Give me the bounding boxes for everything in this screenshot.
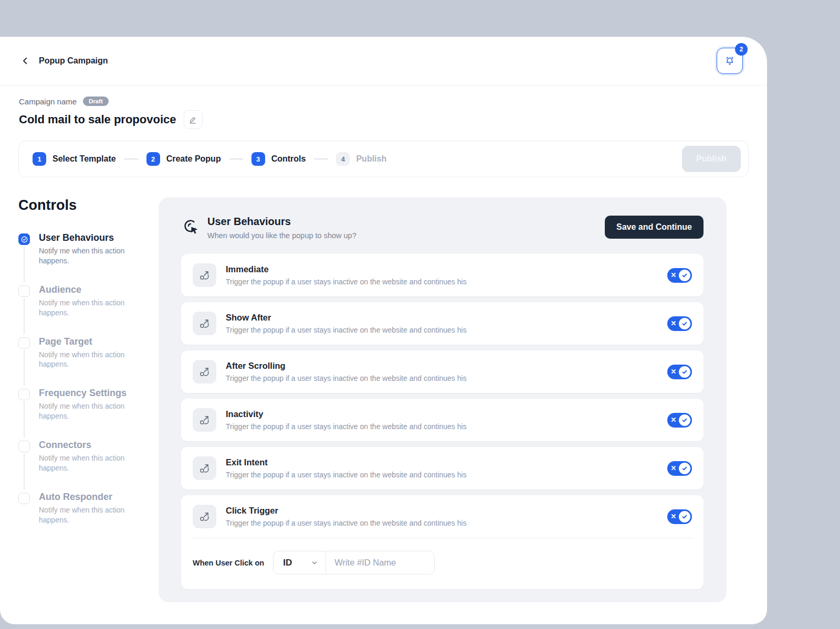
scaling-icon <box>193 312 216 335</box>
unchecked-checkbox-icon[interactable] <box>18 337 30 349</box>
toggle-check-icon <box>679 270 690 281</box>
toggle-x-icon <box>671 369 676 374</box>
unchecked-checkbox-icon[interactable] <box>18 389 30 400</box>
panel-title: User Behaviours <box>207 216 356 228</box>
step-number-badge: 3 <box>251 152 265 166</box>
toggle-x-icon <box>671 465 676 471</box>
unchecked-checkbox-icon[interactable] <box>18 285 30 297</box>
behaviour-row-after-scrolling: After Scrolling Trigger the popup if a u… <box>181 350 704 393</box>
publish-button[interactable]: Publish <box>682 146 741 172</box>
back-button[interactable] <box>19 55 32 67</box>
step-create-popup[interactable]: 2 Create Popup <box>146 152 221 166</box>
sidebar-title: Controls <box>18 197 159 214</box>
toggle-x-icon <box>671 514 676 519</box>
toggle-on[interactable] <box>667 413 692 428</box>
stepper: 1 Select Template 2 Create Popup 3 Contr… <box>18 141 749 177</box>
notification-count-badge: 2 <box>735 43 748 56</box>
behaviour-row-exit-intent: Exit Intent Trigger the popup if a user … <box>181 447 704 489</box>
behaviour-row-inactivity: Inactivity Trigger the popup if a user s… <box>181 399 704 441</box>
pencil-icon <box>188 115 197 124</box>
step-number-badge: 4 <box>336 152 350 166</box>
when-user-click-label: When User Click on <box>193 559 264 567</box>
step-select-template[interactable]: 1 Select Template <box>33 152 116 166</box>
panel-subtitle: When would you like the popup to show up… <box>207 231 356 240</box>
toggle-on[interactable] <box>667 461 692 476</box>
toggle-on[interactable] <box>667 509 692 524</box>
page-title: Popup Campaign <box>39 56 108 66</box>
top-bar: Popup Campaign 2 <box>0 37 767 86</box>
sidebar-connector-line <box>24 298 25 334</box>
toggle-check-icon <box>679 414 690 426</box>
toggle-on[interactable] <box>667 268 692 283</box>
toggle-check-icon <box>679 463 690 474</box>
toggle-on[interactable] <box>667 365 692 379</box>
chevron-down-icon <box>311 559 318 567</box>
campaign-name: Cold mail to sale propovoice <box>19 113 176 126</box>
sidebar-connector-line <box>24 453 25 489</box>
app-sheet: Popup Campaign 2 Campaign name Draft <box>0 37 767 624</box>
sidebar-item-page-target[interactable]: Page Target Notify me when this action h… <box>18 336 159 388</box>
scaling-icon <box>193 505 216 528</box>
toggle-check-icon <box>679 366 690 378</box>
click-target-control: ID <box>273 551 435 574</box>
step-number-badge: 2 <box>146 152 160 166</box>
scaling-icon <box>193 263 216 287</box>
step-connector <box>229 158 243 159</box>
edit-campaign-name-button[interactable] <box>184 110 203 129</box>
step-controls[interactable]: 3 Controls <box>251 152 306 166</box>
sidebar-connector-line <box>24 246 25 282</box>
campaign-header: Campaign name Draft Cold mail to sale pr… <box>0 86 767 129</box>
sidebar-item-connectors[interactable]: Connectors Notify me when this action ha… <box>18 440 159 492</box>
id-name-input[interactable] <box>326 551 434 574</box>
checked-checkbox-icon[interactable] <box>18 233 30 245</box>
behaviour-row-immediate: Immediate Trigger the popup if a user st… <box>181 254 704 296</box>
toggle-x-icon <box>671 272 676 278</box>
user-behaviours-panel: User Behaviours When would you like the … <box>159 197 727 602</box>
behaviour-row-show-after: Show After Trigger the popup if a user s… <box>181 302 704 345</box>
save-and-continue-button[interactable]: Save and Continue <box>605 216 704 239</box>
toggle-on[interactable] <box>667 316 692 331</box>
scaling-icon <box>193 408 216 432</box>
sidebar-connector-line <box>24 401 25 438</box>
sidebar-item-audience[interactable]: Audience Notify me when this action happ… <box>18 284 159 336</box>
chevron-left-icon <box>20 56 30 66</box>
step-publish[interactable]: 4 Publish <box>336 152 386 166</box>
toggle-x-icon <box>671 417 676 422</box>
step-connector <box>314 158 328 159</box>
scaling-icon <box>193 360 216 383</box>
step-connector <box>124 158 138 159</box>
status-badge: Draft <box>83 97 109 106</box>
scaling-icon <box>193 456 216 480</box>
toggle-check-icon <box>679 318 690 329</box>
step-number-badge: 1 <box>33 152 46 166</box>
sidebar-connector-line <box>24 350 25 386</box>
sidebar-item-user-behaviours[interactable]: User Behaviours Notify me when this acti… <box>18 232 159 284</box>
id-type-select[interactable]: ID <box>274 551 326 574</box>
toggle-check-icon <box>679 511 690 523</box>
unchecked-checkbox-icon[interactable] <box>18 493 30 504</box>
toggle-x-icon <box>671 321 676 326</box>
cursor-click-icon <box>182 218 201 237</box>
sidebar-item-frequency-settings[interactable]: Frequency Settings Notify me when this a… <box>18 388 159 440</box>
bell-icon <box>723 55 736 67</box>
sidebar-item-auto-responder[interactable]: Auto Responder Notify me when this actio… <box>18 492 159 543</box>
controls-sidebar: Controls User Behaviours Notify me when … <box>0 197 159 602</box>
campaign-name-label: Campaign name <box>19 97 77 106</box>
behaviour-row-click-trigger: Click Trigger Trigger the popup if a use… <box>181 495 704 589</box>
unchecked-checkbox-icon[interactable] <box>18 441 30 452</box>
